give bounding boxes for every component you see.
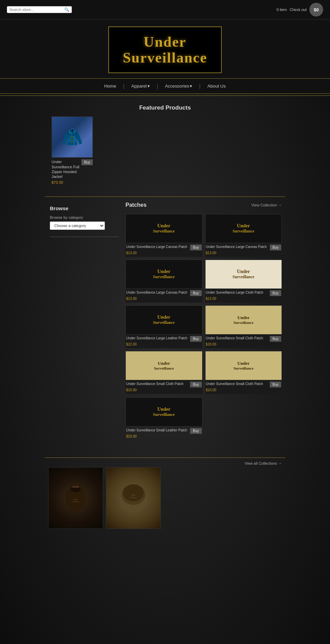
patch-product-3: Under Surveillance Under Surveillance La… bbox=[205, 260, 282, 303]
patch-name-2: Under Surveillance Large Canvas Patch bbox=[126, 290, 187, 295]
patch-name-row-7: Under Surveillance Small Cloth Patch Buy bbox=[206, 382, 282, 387]
nav-about[interactable]: About Us bbox=[200, 82, 232, 90]
search-input[interactable] bbox=[9, 8, 64, 12]
svg-text:Surveillance: Surveillance bbox=[130, 497, 137, 498]
patch-image-2[interactable]: Under Surveillance bbox=[125, 260, 202, 289]
navigation: Home | Apparel ▾ | Accessories ▾ | About… bbox=[0, 78, 330, 94]
patch-name-row-4: Under Surveillance Large Leather Patch B… bbox=[126, 336, 202, 342]
patch-image-6[interactable]: Under Surveillance bbox=[125, 351, 202, 380]
svg-rect-2 bbox=[72, 486, 79, 488]
checkout-link[interactable]: Check out bbox=[289, 8, 307, 12]
bottom-product-row: Under Surveillance Under Surveillance bbox=[45, 467, 285, 536]
cart-items-count: 0 item bbox=[277, 8, 287, 12]
patch-price-0: $13.00 bbox=[126, 251, 202, 255]
patch-name-row-1: Under Surveillance Large Canvas Patch Bu… bbox=[206, 245, 282, 250]
chevron-down-icon-2: ▾ bbox=[190, 83, 192, 89]
bottom-section: View all Collections → Under Surveillanc… bbox=[45, 458, 285, 536]
product-info: Under Surveillance Full Zipper Hooded Ja… bbox=[52, 159, 93, 184]
patch-image-4[interactable]: Under Surveillance bbox=[125, 305, 202, 335]
product-price: $70.00 bbox=[52, 180, 93, 184]
patch-product-5: Under Surveillance Under Surveillance Sm… bbox=[205, 305, 282, 348]
patch-buy-7[interactable]: Buy bbox=[270, 382, 281, 387]
patch-image-5[interactable]: Under Surveillance bbox=[205, 305, 282, 335]
header: 🔍 0 item Check out $0 bbox=[0, 0, 330, 20]
svg-text:Under: Under bbox=[74, 498, 78, 500]
nav-home[interactable]: Home bbox=[97, 82, 123, 90]
main-content: Featured Products Under Surveillance Ful… bbox=[45, 98, 285, 457]
cart-total[interactable]: $0 bbox=[309, 3, 323, 16]
products-section: Patches View Collection → Under Surveill… bbox=[124, 199, 285, 444]
patch-price-5: $10.00 bbox=[206, 342, 282, 346]
search-button[interactable]: 🔍 bbox=[64, 7, 69, 12]
nav-accessories[interactable]: Accessories ▾ bbox=[158, 82, 199, 90]
sidebar: Browse Browse by category Choose a categ… bbox=[45, 199, 124, 444]
patch-image-0[interactable]: Under Surveillance bbox=[125, 214, 202, 243]
featured-title: Featured Products bbox=[45, 98, 285, 116]
patch-info-1: Under Surveillance Large Canvas Patch Bu… bbox=[205, 243, 282, 257]
two-col-layout: Browse Browse by category Choose a categ… bbox=[45, 199, 285, 444]
patch-name-3: Under Surveillance Large Cloth Patch bbox=[206, 290, 263, 295]
product-image[interactable] bbox=[52, 116, 93, 158]
svg-point-7 bbox=[123, 484, 144, 501]
patch-name-row-5: Under Surveillance Small Cloth Patch Buy bbox=[206, 336, 282, 342]
patch-buy-4[interactable]: Buy bbox=[190, 336, 201, 342]
logo-section: Under Surveillance bbox=[0, 20, 330, 78]
patch-name-row-0: Under Surveillance Large Canvas Patch Bu… bbox=[126, 245, 202, 250]
patch-name-row-8: Under Surveillance Small Leather Patch B… bbox=[126, 428, 202, 434]
jacket-image bbox=[52, 117, 92, 157]
patch-price-1: $13.00 bbox=[206, 251, 282, 255]
patch-info-4: Under Surveillance Large Leather Patch B… bbox=[125, 335, 202, 348]
patch-name-6: Under Surveillance Small Cloth Patch bbox=[126, 382, 184, 386]
patch-image-8[interactable]: Under Surveillance bbox=[125, 397, 202, 427]
patch-buy-2[interactable]: Buy bbox=[190, 290, 201, 296]
category-select[interactable]: Choose a category Apparel Accessories Pa… bbox=[50, 222, 105, 230]
patch-image-1[interactable]: Under Surveillance bbox=[205, 214, 282, 243]
patch-info-7: Under Surveillance Small Cloth Patch Buy… bbox=[205, 380, 282, 394]
section-header: Patches View Collection → bbox=[125, 202, 282, 210]
search-form: 🔍 bbox=[7, 6, 72, 13]
browse-label: Browse by category bbox=[50, 215, 119, 219]
view-collection-link[interactable]: View Collection → bbox=[251, 203, 282, 207]
patch-name-row-3: Under Surveillance Large Cloth Patch Buy bbox=[206, 290, 282, 296]
patch-product-1: Under Surveillance Under Surveillance La… bbox=[205, 214, 282, 257]
patch-name-5: Under Surveillance Small Cloth Patch bbox=[206, 336, 263, 340]
patch-image-3[interactable]: Under Surveillance bbox=[205, 260, 282, 289]
patch-product-4: Under Surveillance Under Surveillance La… bbox=[125, 305, 202, 348]
patch-info-8: Under Surveillance Small Leather Patch B… bbox=[125, 427, 202, 440]
beanie-image: Under Surveillance bbox=[106, 467, 161, 529]
patch-name-1: Under Surveillance Large Canvas Patch bbox=[206, 245, 267, 249]
chevron-down-icon: ▾ bbox=[147, 83, 150, 89]
nav-apparel[interactable]: Apparel ▾ bbox=[124, 82, 157, 90]
patch-info-5: Under Surveillance Small Cloth Patch Buy… bbox=[205, 335, 282, 348]
logo-box: Under Surveillance bbox=[108, 26, 222, 73]
patch-info-2: Under Surveillance Large Canvas Patch Bu… bbox=[125, 289, 202, 303]
patch-price-8: $20.00 bbox=[126, 434, 202, 438]
patch-buy-1[interactable]: Buy bbox=[270, 245, 281, 250]
patch-name-row-6: Under Surveillance Small Cloth Patch Buy bbox=[126, 382, 202, 387]
patch-price-6: $10.00 bbox=[126, 388, 202, 392]
patch-buy-3[interactable]: Buy bbox=[270, 290, 281, 296]
patch-price-4: $22.00 bbox=[126, 342, 202, 346]
single-patch-wrap: Under Surveillance Under Surveillance Sm… bbox=[125, 397, 282, 440]
svg-text:Under: Under bbox=[131, 494, 136, 496]
patch-info-6: Under Surveillance Small Cloth Patch Buy… bbox=[125, 380, 202, 394]
patch-image-7[interactable]: Under Surveillance bbox=[205, 351, 282, 380]
patch-product-8: Under Surveillance Under Surveillance Sm… bbox=[125, 397, 202, 440]
patch-name-4: Under Surveillance Large Leather Patch bbox=[126, 336, 187, 340]
view-all-collections-link[interactable]: View all Collections → bbox=[244, 461, 282, 465]
patch-name-0: Under Surveillance Large Canvas Patch bbox=[126, 245, 187, 249]
bag-product-image[interactable]: Under Surveillance bbox=[48, 467, 103, 529]
view-all-row: View all Collections → bbox=[45, 458, 285, 467]
patch-product-2: Under Surveillance Under Surveillance La… bbox=[125, 260, 202, 303]
browse-title: Browse bbox=[50, 205, 119, 211]
product-name-row: Under Surveillance Full Zipper Hooded Ja… bbox=[52, 159, 93, 179]
beanie-product-image[interactable]: Under Surveillance bbox=[106, 467, 161, 529]
patch-buy-6[interactable]: Buy bbox=[190, 382, 201, 387]
patch-buy-5[interactable]: Buy bbox=[270, 336, 281, 342]
patch-buy-8[interactable]: Buy bbox=[190, 428, 201, 434]
featured-products: Under Surveillance Full Zipper Hooded Ja… bbox=[45, 116, 285, 194]
patch-buy-0[interactable]: Buy bbox=[190, 245, 201, 250]
svg-text:Surveillance: Surveillance bbox=[72, 501, 79, 502]
buy-button[interactable]: Buy bbox=[81, 159, 93, 165]
patch-price-7: $10.00 bbox=[206, 388, 282, 392]
